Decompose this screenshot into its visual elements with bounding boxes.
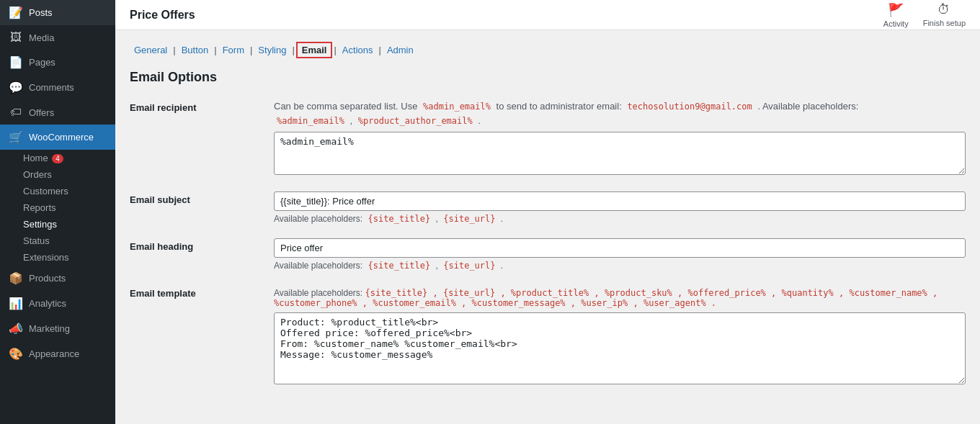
- activity-button[interactable]: 🚩 Activity: [883, 2, 909, 28]
- offers-icon: 🏷: [9, 106, 23, 119]
- email-subject-input[interactable]: [274, 191, 966, 211]
- sidebar-item-offers-label: Offers: [29, 107, 54, 118]
- comments-icon: 💬: [9, 81, 23, 94]
- subject-placeholder2: {site_url}: [440, 213, 498, 225]
- email-heading-input[interactable]: [274, 238, 966, 258]
- email-subject-field: Available placeholders: {site_title} , {…: [274, 191, 966, 224]
- sidebar-item-woocommerce[interactable]: 🛒 WooCommerce: [0, 125, 115, 150]
- pages-icon: 📄: [9, 55, 23, 69]
- page-title: Price Offers: [130, 9, 195, 22]
- admin-email-code: %admin_email%: [420, 101, 494, 112]
- email-template-row: Email template Available placeholders: {…: [130, 285, 966, 387]
- activity-icon: 🚩: [888, 2, 904, 18]
- sidebar-item-products[interactable]: 📦 Products: [0, 266, 115, 291]
- sidebar-sub-reports-label: Reports: [23, 202, 56, 213]
- sidebar-sub-customers[interactable]: Customers: [0, 183, 115, 199]
- email-template-field: Available placeholders: {site_title} , {…: [274, 285, 966, 387]
- template-placeholder-list: {site_title} , {site_url} , %product_tit…: [274, 288, 937, 308]
- admin-email-value: techosolution9@gmail.com: [624, 101, 754, 112]
- email-recipient-label: Email recipient: [130, 99, 259, 177]
- sidebar-item-appearance[interactable]: 🎨 Appearance: [0, 341, 115, 366]
- home-badge: 4: [52, 154, 63, 163]
- desc-pre: Can be comma separated list. Use: [274, 101, 417, 112]
- sidebar-sub-customers-label: Customers: [23, 186, 68, 197]
- email-recipient-input[interactable]: [274, 132, 966, 175]
- email-heading-label: Email heading: [130, 238, 259, 271]
- tab-button[interactable]: Button: [177, 42, 213, 58]
- products-icon: 📦: [9, 271, 23, 285]
- email-recipient-description: Can be comma separated list. Use %admin_…: [274, 99, 966, 127]
- section-title: Email Options: [130, 70, 966, 85]
- sidebar-item-posts[interactable]: 📝 Posts: [0, 0, 115, 25]
- subject-placeholder1: {site_title}: [365, 213, 434, 225]
- sidebar-sub-orders-label: Orders: [23, 169, 52, 180]
- email-heading-hint: Available placeholders: {site_title} , {…: [274, 261, 966, 271]
- media-icon: 🖼: [9, 31, 23, 44]
- sidebar-sub-home[interactable]: Home 4: [0, 150, 115, 166]
- sidebar-sub-extensions[interactable]: Extensions: [0, 249, 115, 266]
- sidebar-item-analytics[interactable]: 📊 Analytics: [0, 291, 115, 316]
- sidebar-sub-reports[interactable]: Reports: [0, 199, 115, 216]
- tab-sep-3: |: [250, 45, 252, 55]
- sidebar-sub-status-label: Status: [23, 235, 50, 246]
- tab-actions[interactable]: Actions: [338, 42, 378, 58]
- tab-form[interactable]: Form: [218, 42, 249, 58]
- sidebar-item-media[interactable]: 🖼 Media: [0, 25, 115, 50]
- appearance-icon: 🎨: [9, 347, 23, 361]
- email-heading-row: Email heading Available placeholders: {s…: [130, 238, 966, 271]
- sidebar-sub-home-label: Home: [23, 153, 48, 163]
- sidebar-item-offers[interactable]: 🏷 Offers: [0, 100, 115, 125]
- placeholder-code1: %admin_email%: [274, 115, 347, 127]
- content-area: General | Button | Form | Styling | Emai…: [115, 30, 980, 424]
- sidebar-item-products-label: Products: [29, 273, 66, 284]
- email-heading-field: Available placeholders: {site_title} , {…: [274, 238, 966, 271]
- sidebar: 📝 Posts 🖼 Media 📄 Pages 💬 Comments 🏷 Off…: [0, 0, 115, 424]
- sidebar-item-woocommerce-label: WooCommerce: [29, 132, 94, 143]
- tab-sep-4: |: [292, 45, 294, 55]
- activity-label: Activity: [883, 19, 909, 28]
- finish-setup-button[interactable]: ⏱ Finish setup: [923, 2, 966, 27]
- email-subject-row: Email subject Available placeholders: {s…: [130, 191, 966, 224]
- tab-email[interactable]: Email: [296, 42, 333, 58]
- tab-general[interactable]: General: [130, 42, 172, 58]
- email-recipient-field: Can be comma separated list. Use %admin_…: [274, 99, 966, 177]
- tab-sep-1: |: [173, 45, 175, 55]
- tab-styling[interactable]: Styling: [254, 42, 290, 58]
- topbar: Price Offers 🚩 Activity ⏱ Finish setup: [115, 0, 980, 30]
- sidebar-sub-status[interactable]: Status: [0, 233, 115, 249]
- desc-mid: to send to administrator email:: [496, 101, 622, 112]
- sidebar-item-pages[interactable]: 📄 Pages: [0, 50, 115, 75]
- heading-placeholder2: {site_url}: [440, 260, 498, 271]
- sidebar-sub-orders[interactable]: Orders: [0, 166, 115, 183]
- sidebar-item-marketing-label: Marketing: [29, 323, 70, 334]
- email-template-label: Email template: [130, 285, 259, 387]
- posts-icon: 📝: [9, 6, 23, 19]
- email-subject-hint: Available placeholders: {site_title} , {…: [274, 214, 966, 224]
- marketing-icon: 📣: [9, 322, 23, 335]
- sidebar-sub-settings[interactable]: Settings: [0, 216, 115, 233]
- sidebar-sub-extensions-label: Extensions: [23, 252, 69, 263]
- analytics-icon: 📊: [9, 297, 23, 310]
- sidebar-item-appearance-label: Appearance: [29, 348, 79, 359]
- sidebar-item-marketing[interactable]: 📣 Marketing: [0, 316, 115, 341]
- tab-sep-2: |: [214, 45, 216, 55]
- finish-setup-icon: ⏱: [937, 2, 950, 17]
- woocommerce-icon: 🛒: [9, 130, 23, 144]
- email-template-input[interactable]: [274, 312, 966, 384]
- email-recipient-row: Email recipient Can be comma separated l…: [130, 99, 966, 177]
- tab-sep-6: |: [379, 45, 381, 55]
- sidebar-item-pages-label: Pages: [29, 57, 55, 68]
- placeholder-code2: %product_author_email%: [355, 115, 476, 127]
- email-subject-label: Email subject: [130, 191, 259, 224]
- tab-sep-5: |: [334, 45, 336, 55]
- tab-admin[interactable]: Admin: [383, 42, 418, 58]
- sidebar-item-comments-label: Comments: [29, 82, 74, 93]
- desc-post: . Available placeholders:: [757, 101, 858, 112]
- heading-placeholder1: {site_title}: [365, 260, 434, 271]
- sidebar-item-comments[interactable]: 💬 Comments: [0, 75, 115, 100]
- main-content: Price Offers 🚩 Activity ⏱ Finish setup G…: [115, 0, 980, 424]
- sidebar-item-media-label: Media: [29, 32, 54, 43]
- topbar-right: 🚩 Activity ⏱ Finish setup: [883, 2, 966, 28]
- tabs-bar: General | Button | Form | Styling | Emai…: [130, 42, 966, 58]
- email-template-hint: Available placeholders: {site_title} , {…: [274, 288, 966, 308]
